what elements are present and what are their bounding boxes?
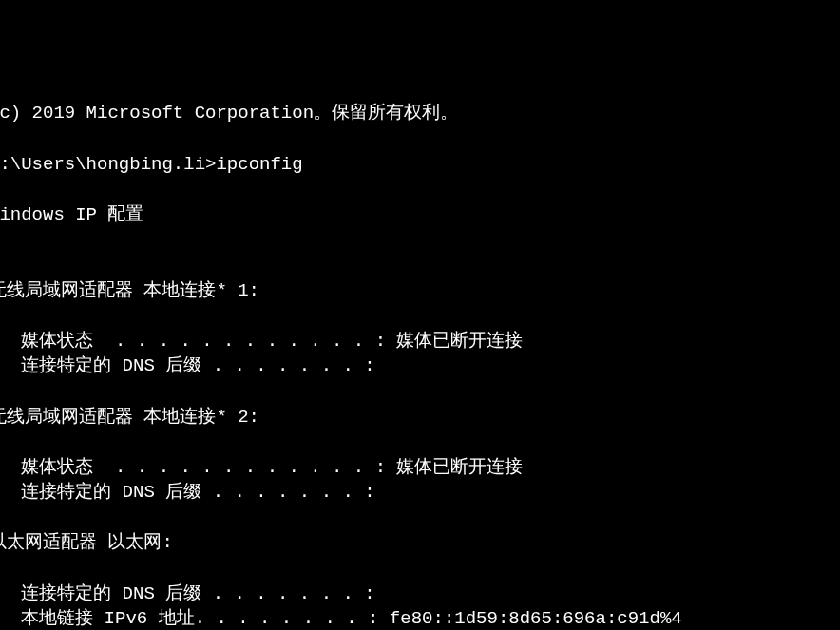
wlan2-media-state-value: 媒体已断开连接 [386,457,523,478]
ethernet-ipv6-label: 本地链接 IPv6 地址. . . . . . . . : [21,608,378,629]
copyright-line: (c) 2019 Microsoft Corporation。保留所有权利。 [0,103,458,124]
ethernet-ipv6-value: fe80::1d59:8d65:696a:c91d%4 [378,608,681,629]
ethernet-dns-suffix-label: 连接特定的 DNS 后缀 . . . . . . . : [21,583,374,604]
wlan2-media-state-label: 媒体状态 . . . . . . . . . . . . : [21,457,386,478]
adapter-wlan2-title: 无线局域网适配器 本地连接* 2: [0,407,259,428]
adapter-wlan1-title: 无线局域网适配器 本地连接* 1: [0,280,259,301]
command-prompt: C:\Users\hongbing.li>ipconfig [0,154,303,175]
wlan1-media-state-label: 媒体状态 . . . . . . . . . . . . : [21,331,386,352]
wlan1-dns-suffix-label: 连接特定的 DNS 后缀 . . . . . . . : [21,355,374,376]
terminal-window[interactable]: (c) 2019 Microsoft Corporation。保留所有权利。 C… [0,101,840,630]
adapter-ethernet-title: 以太网适配器 以太网: [0,532,173,553]
ipconfig-header: Windows IP 配置 [0,204,143,225]
wlan2-dns-suffix-label: 连接特定的 DNS 后缀 . . . . . . . : [21,482,374,503]
wlan1-media-state-value: 媒体已断开连接 [386,331,523,352]
